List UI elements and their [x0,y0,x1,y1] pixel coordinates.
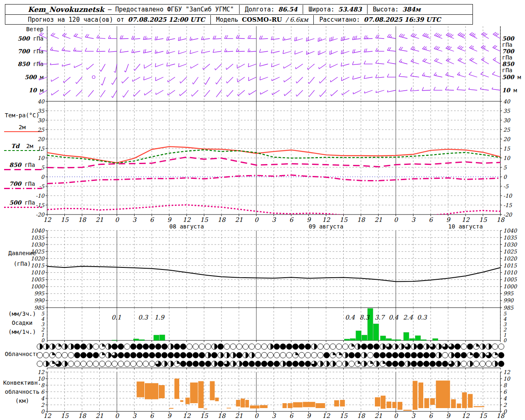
svg-text:-20: -20 [503,212,513,218]
svg-text:20: 20 [37,136,45,142]
precip-bars: 0.10.31.90.48.33.70.42.40.3 [112,308,438,340]
svg-text:2: 2 [41,402,45,408]
svg-text:15: 15 [200,216,209,224]
svg-text:9: 9 [446,216,451,224]
svg-text:1040: 1040 [503,228,518,234]
svg-text:1020: 1020 [31,256,45,262]
svg-text:12: 12 [461,412,470,420]
svg-text:25: 25 [503,127,510,133]
svg-text:3: 3 [503,322,507,327]
svg-text:1030: 1030 [31,242,45,248]
svg-text:1005: 1005 [31,276,45,283]
svg-text:3: 3 [411,412,416,420]
svg-text:12: 12 [183,412,191,420]
svg-text:15: 15 [200,412,209,420]
svg-text:3: 3 [132,412,137,420]
svg-text:6: 6 [429,412,433,420]
svg-text:995: 995 [503,290,514,297]
svg-text:990: 990 [503,297,514,304]
svg-text:12: 12 [37,369,44,375]
svg-text:15: 15 [340,412,348,420]
svg-text:1005: 1005 [503,276,517,283]
svg-text:9: 9 [307,216,311,224]
svg-text:18: 18 [357,412,365,420]
convective-bars [137,379,484,411]
svg-text:1025: 1025 [31,249,45,255]
meteogram-chart: -20-20-15-15-10-10-5-5005510101515202025… [0,0,525,420]
svg-text:12: 12 [183,216,191,224]
svg-text:30: 30 [503,117,511,123]
svg-text:40: 40 [503,98,511,105]
svg-text:4: 4 [503,316,507,322]
svg-text:1000: 1000 [31,283,45,290]
svg-text:15: 15 [37,146,44,152]
svg-text:10 августа: 10 августа [448,223,483,230]
svg-text:5: 5 [503,311,507,317]
svg-text:6: 6 [150,412,154,420]
svg-text:9: 9 [167,412,172,420]
svg-text:0: 0 [394,216,398,224]
svg-text:21: 21 [96,412,103,420]
svg-text:25: 25 [37,127,44,133]
svg-text:0: 0 [115,412,119,420]
svg-text:-10: -10 [503,193,513,199]
svg-text:4: 4 [503,395,507,402]
svg-text:18: 18 [217,216,226,224]
svg-text:0.4: 0.4 [345,314,355,321]
svg-text:20: 20 [503,136,511,142]
svg-text:1020: 1020 [503,256,518,262]
svg-text:6: 6 [41,389,45,395]
svg-text:5: 5 [41,164,45,171]
svg-text:3.7: 3.7 [374,314,385,321]
svg-text:1035: 1035 [31,235,45,241]
svg-text:3: 3 [132,216,137,224]
svg-text:-5: -5 [503,183,509,189]
svg-text:1: 1 [41,332,44,338]
svg-text:1: 1 [503,332,507,338]
svg-text:0.4: 0.4 [388,314,398,321]
svg-text:21: 21 [235,216,243,224]
svg-text:3: 3 [272,412,276,420]
wind-barbs-row-10м [40,87,500,98]
svg-text:1015: 1015 [503,262,517,269]
svg-text:4: 4 [41,395,45,402]
svg-text:2: 2 [41,327,45,333]
svg-text:15: 15 [61,412,69,420]
wind-barbs-row-850гПа [39,58,500,73]
svg-text:3: 3 [41,322,45,327]
svg-text:5: 5 [41,311,45,317]
svg-text:35: 35 [37,108,44,114]
svg-text:0: 0 [503,174,507,180]
svg-text:1010: 1010 [31,269,45,276]
svg-text:9: 9 [307,412,311,420]
svg-text:1000: 1000 [503,283,518,290]
svg-text:12: 12 [43,216,52,224]
svg-text:1.9: 1.9 [154,314,164,321]
wind-barbs-row-700гПа [39,45,500,55]
svg-text:18: 18 [78,216,87,224]
svg-text:6: 6 [429,216,433,224]
svg-text:8: 8 [41,382,45,388]
svg-text:1040: 1040 [31,228,45,234]
svg-text:18: 18 [496,412,505,420]
svg-text:0: 0 [394,412,398,420]
wind-barbs-row-500гПа [39,32,500,42]
svg-text:12: 12 [503,369,510,375]
svg-text:08 августа: 08 августа [169,223,204,230]
svg-text:9: 9 [446,412,451,420]
svg-text:-5: -5 [39,183,44,189]
svg-text:35: 35 [503,108,510,114]
cloud-cover-rows [37,344,504,367]
svg-text:10: 10 [37,376,45,382]
svg-text:990: 990 [34,297,45,304]
svg-text:0: 0 [115,216,119,224]
svg-text:0: 0 [503,338,507,343]
svg-text:2: 2 [503,327,507,333]
svg-text:10: 10 [503,155,511,161]
svg-text:10: 10 [37,155,45,161]
svg-text:18: 18 [78,412,87,420]
svg-text:10: 10 [503,376,511,382]
svg-text:0.3: 0.3 [417,314,427,321]
svg-text:1035: 1035 [503,235,517,241]
svg-text:21: 21 [374,216,382,224]
